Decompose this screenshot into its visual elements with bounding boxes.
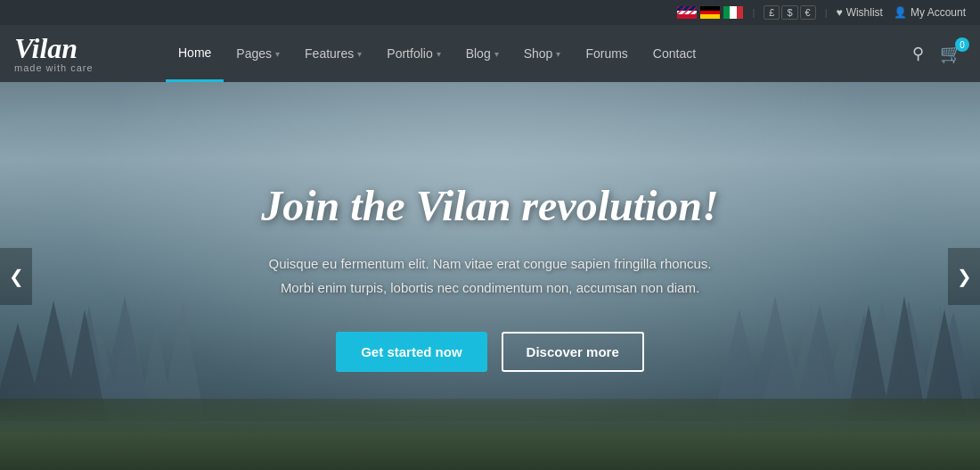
chevron-right-icon: ❯ <box>957 266 972 287</box>
nav-forums[interactable]: Forums <box>573 25 640 82</box>
divider: | <box>752 7 755 18</box>
account-link[interactable]: 👤 My Account <box>894 6 966 19</box>
nav-blog-label: Blog <box>466 46 491 61</box>
currency-usd-button[interactable]: $ <box>781 5 797 20</box>
flag-de-icon[interactable] <box>700 6 720 19</box>
account-label: My Account <box>911 6 966 19</box>
currency-eur-button[interactable]: € <box>800 5 816 20</box>
nav-home[interactable]: Home <box>166 25 224 82</box>
logo-text[interactable]: Vilan <box>14 34 166 62</box>
cart-button[interactable]: 🛒 0 <box>936 39 966 68</box>
currency-gbp-button[interactable]: £ <box>764 5 780 20</box>
currency-selector: £ $ € <box>764 5 815 20</box>
chevron-down-icon: ▾ <box>494 49 499 59</box>
nav-shop-label: Shop <box>524 46 553 61</box>
nav-pages-label: Pages <box>236 46 272 61</box>
chevron-down-icon: ▾ <box>556 49 560 59</box>
slider-prev-button[interactable]: ❮ <box>0 248 32 305</box>
hero-buttons: Get started now Discover more <box>261 332 718 372</box>
hero-title: Join the Vilan revolution! <box>261 181 718 230</box>
hero-subtitle: Quisque eu fermentum elit. Nam vitae era… <box>261 251 718 300</box>
nav-shop[interactable]: Shop ▾ <box>511 25 574 82</box>
wishlist-label: Wishlist <box>846 6 883 19</box>
cart-badge: 0 <box>955 37 969 52</box>
divider2: | <box>825 7 828 18</box>
slider-next-button[interactable]: ❯ <box>948 248 980 305</box>
nav-right-actions: ⚲ 🛒 0 <box>909 39 966 68</box>
hero-content: Join the Vilan revolution! Quisque eu fe… <box>243 181 736 372</box>
chevron-left-icon: ❮ <box>9 266 24 287</box>
nav-pages[interactable]: Pages ▾ <box>224 25 292 82</box>
search-icon: ⚲ <box>912 45 924 62</box>
discover-more-button[interactable]: Discover more <box>502 332 644 372</box>
heart-icon: ♥ <box>837 6 843 19</box>
top-bar: | £ $ € | ♥ Wishlist 👤 My Account <box>0 0 980 25</box>
nav-contact-label: Contact <box>653 46 696 61</box>
nav-portfolio[interactable]: Portfolio ▾ <box>374 25 453 82</box>
main-navigation: Vilan made with care Home Pages ▾ Featur… <box>0 25 980 82</box>
wishlist-link[interactable]: ♥ Wishlist <box>837 6 883 19</box>
chevron-down-icon: ▾ <box>275 49 280 59</box>
chevron-down-icon: ▾ <box>357 49 362 59</box>
nav-forums-label: Forums <box>585 46 627 61</box>
logo-area: Vilan made with care <box>14 34 166 73</box>
logo-subtitle: made with care <box>14 62 166 73</box>
nav-blog[interactable]: Blog ▾ <box>453 25 511 82</box>
nav-features[interactable]: Features ▾ <box>292 25 374 82</box>
nav-portfolio-label: Portfolio <box>387 46 432 61</box>
get-started-button[interactable]: Get started now <box>336 332 486 372</box>
hero-section: ❮ ❯ Join the Vilan revolution! Quisque e… <box>0 82 980 470</box>
nav-features-label: Features <box>305 46 354 61</box>
hero-subtitle-line1: Quisque eu fermentum elit. Nam vitae era… <box>269 256 712 271</box>
flag-it-icon[interactable] <box>723 6 743 19</box>
language-flags <box>677 6 743 19</box>
user-icon: 👤 <box>894 6 907 19</box>
flag-uk-icon[interactable] <box>677 6 697 19</box>
nav-items: Home Pages ▾ Features ▾ Portfolio ▾ Blog… <box>166 25 909 82</box>
hero-ground <box>0 399 980 470</box>
search-button[interactable]: ⚲ <box>909 40 927 67</box>
nav-contact[interactable]: Contact <box>641 25 708 82</box>
top-bar-links: ♥ Wishlist 👤 My Account <box>837 6 967 19</box>
chevron-down-icon: ▾ <box>437 49 441 59</box>
hero-subtitle-line2: Morbi enim turpis, lobortis nec condimen… <box>281 280 699 295</box>
nav-home-label: Home <box>178 45 211 60</box>
